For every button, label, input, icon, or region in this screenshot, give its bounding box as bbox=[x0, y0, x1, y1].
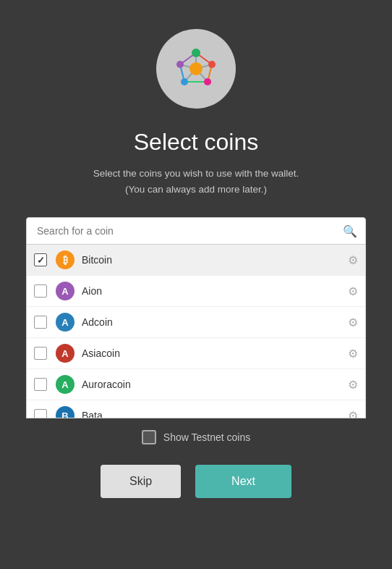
coin-name-asiacoin: Asiacoin bbox=[82, 347, 342, 359]
coin-settings-adcoin[interactable]: ⚙ bbox=[348, 316, 358, 329]
coin-icon-auroracoin: A bbox=[56, 375, 74, 394]
coin-icon-bitcoin: ₿ bbox=[56, 250, 74, 269]
list-item[interactable]: ₿Bitcoin⚙ bbox=[27, 245, 365, 276]
coin-settings-aion[interactable]: ⚙ bbox=[348, 284, 358, 298]
skip-button[interactable]: Skip bbox=[101, 465, 181, 498]
list-item[interactable]: AAuroracoin⚙ bbox=[27, 369, 365, 400]
coin-name-bitcoin: Bitcoin bbox=[82, 254, 342, 266]
coin-settings-auroracoin[interactable]: ⚙ bbox=[348, 378, 358, 392]
coin-settings-bitcoin[interactable]: ⚙ bbox=[348, 253, 358, 267]
coin-icon-adcoin: A bbox=[56, 313, 74, 332]
page-subtitle: Select the coins you wish to use with th… bbox=[93, 166, 299, 197]
coin-name-adcoin: Adcoin bbox=[82, 316, 342, 328]
list-item[interactable]: AAdcoin⚙ bbox=[27, 307, 365, 338]
page-title: Select coins bbox=[134, 129, 259, 156]
app-logo bbox=[156, 29, 236, 109]
coin-name-bata: Bata bbox=[82, 410, 342, 418]
next-button[interactable]: Next bbox=[195, 465, 291, 498]
coin-name-auroracoin: Auroracoin bbox=[82, 379, 342, 390]
coin-settings-asiacoin[interactable]: ⚙ bbox=[348, 347, 358, 361]
list-item[interactable]: BBata⚙ bbox=[27, 400, 365, 418]
coin-checkbox-aion[interactable] bbox=[34, 284, 47, 298]
coin-settings-bata[interactable]: ⚙ bbox=[348, 409, 358, 419]
list-item[interactable]: AAion⚙ bbox=[27, 276, 365, 307]
svg-point-15 bbox=[189, 62, 203, 75]
coin-list: ₿Bitcoin⚙AAion⚙AAdcoin⚙AAsiacoin⚙AAurora… bbox=[26, 245, 366, 418]
search-container: 🔍 bbox=[26, 217, 366, 245]
coin-checkbox-adcoin[interactable] bbox=[34, 316, 47, 329]
list-item[interactable]: AAsiacoin⚙ bbox=[27, 338, 365, 369]
svg-point-13 bbox=[181, 78, 188, 85]
testnet-row: Show Testnet coins bbox=[142, 430, 250, 444]
coin-icon-asiacoin: A bbox=[56, 344, 74, 363]
svg-point-14 bbox=[204, 78, 211, 85]
coin-checkbox-bata[interactable] bbox=[34, 409, 47, 418]
search-input[interactable] bbox=[26, 217, 366, 245]
search-icon: 🔍 bbox=[343, 224, 357, 238]
testnet-label: Show Testnet coins bbox=[163, 431, 250, 443]
coin-checkbox-asiacoin[interactable] bbox=[34, 347, 47, 360]
coin-icon-aion: A bbox=[56, 282, 74, 300]
coin-icon-bata: B bbox=[56, 406, 74, 418]
coin-checkbox-bitcoin[interactable] bbox=[34, 253, 47, 266]
svg-point-11 bbox=[208, 61, 216, 68]
svg-point-12 bbox=[176, 61, 184, 68]
coin-name-aion: Aion bbox=[82, 285, 342, 297]
svg-point-10 bbox=[192, 49, 200, 57]
coin-checkbox-auroracoin[interactable] bbox=[34, 378, 47, 391]
button-row: Skip Next bbox=[101, 465, 291, 498]
testnet-checkbox[interactable] bbox=[142, 430, 156, 444]
